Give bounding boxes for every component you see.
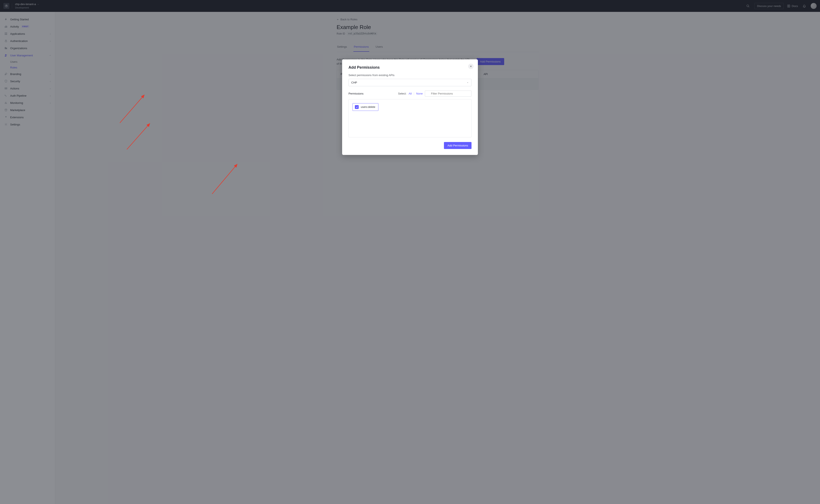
modal-overlay[interactable]: Add Permissions Select permissions from … bbox=[0, 0, 820, 504]
select-all-link[interactable]: All bbox=[409, 92, 411, 95]
filter-permissions-input[interactable] bbox=[425, 90, 471, 97]
permissions-label: Permissions bbox=[349, 92, 364, 95]
api-select[interactable]: CHP bbox=[349, 79, 471, 86]
modal-title: Add Permissions bbox=[349, 65, 471, 70]
checkbox-checked-icon[interactable] bbox=[355, 105, 359, 109]
api-select-label: Select permissions from existing APIs bbox=[349, 74, 471, 77]
add-permissions-modal: Add Permissions Select permissions from … bbox=[342, 59, 478, 155]
permissions-list: users:delete bbox=[349, 99, 471, 137]
select-none-link[interactable]: None bbox=[416, 92, 423, 95]
caret-down-icon bbox=[467, 82, 469, 84]
select-prefix: Select: bbox=[398, 92, 407, 95]
permission-item-users-delete[interactable]: users:delete bbox=[353, 103, 378, 111]
modal-add-permissions-button[interactable]: Add Permissions bbox=[444, 142, 471, 149]
close-icon[interactable] bbox=[468, 64, 474, 69]
permission-name: users:delete bbox=[361, 106, 375, 109]
api-select-value: CHP bbox=[351, 81, 357, 84]
divider bbox=[414, 92, 414, 95]
